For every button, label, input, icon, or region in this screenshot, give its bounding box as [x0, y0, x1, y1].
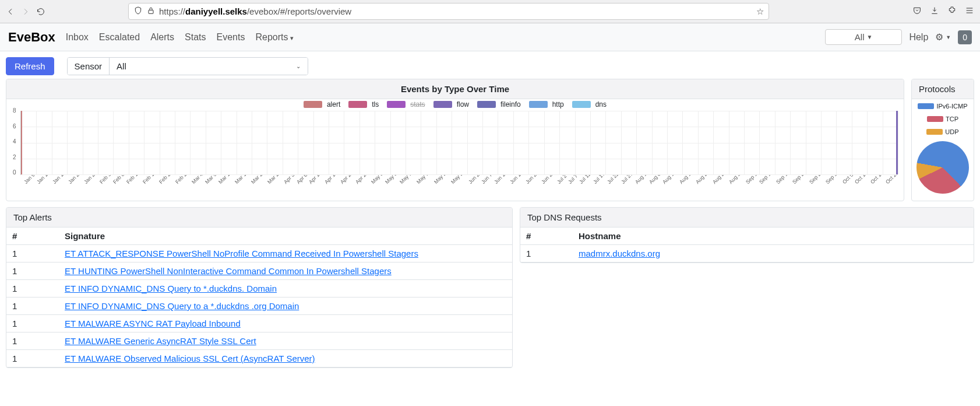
- notification-badge[interactable]: 0: [958, 30, 972, 44]
- nav-inbox[interactable]: Inbox: [66, 32, 89, 43]
- shield-icon: [133, 6, 143, 17]
- x-tick-label: Sep 20: [791, 175, 807, 185]
- table-row: 1ET MALWARE ASYNC RAT Payload Inbound: [6, 315, 512, 332]
- bookmark-star-icon[interactable]: ☆: [756, 6, 764, 17]
- x-tick-label: May 28: [450, 175, 466, 185]
- nav-stats[interactable]: Stats: [185, 32, 206, 43]
- x-tick-label: May 18: [415, 175, 432, 185]
- x-tick-label: Oct 20: [884, 175, 898, 185]
- x-tick-label: Mar 24: [250, 175, 266, 185]
- legend-flow[interactable]: flow: [433, 100, 469, 108]
- back-icon[interactable]: [6, 7, 15, 16]
- alert-signature-link[interactable]: ET HUNTING PowerShell NonInteractive Com…: [65, 266, 392, 276]
- dns-hostname-link[interactable]: madmrx.duckdns.org: [579, 249, 660, 258]
- alert-count: 1: [6, 332, 59, 350]
- alert-count: 1: [6, 245, 59, 262]
- url-text: https://daniyyell.selks/evebox/#/reports…: [159, 6, 753, 16]
- x-tick-label: Feb 28: [174, 175, 190, 185]
- svg-rect-0: [149, 10, 153, 13]
- nav-events[interactable]: Events: [217, 32, 245, 43]
- page-toolbar: Refresh Sensor All⌄: [0, 51, 980, 79]
- x-tick-label: Sep 25: [808, 175, 824, 185]
- table-row: 1ET MALWARE Generic AsyncRAT Style SSL C…: [6, 332, 512, 350]
- lock-icon: [146, 6, 156, 17]
- alert-count: 1: [6, 280, 59, 298]
- table-row: 1madmrx.duckdns.org: [520, 245, 974, 262]
- events-chart-legend: alert tls stats flow fileinfo http dns: [12, 99, 898, 111]
- table-row: 1ET INFO DYNAMIC_DNS Query to a *.duckdn…: [6, 298, 512, 315]
- table-row: 1ET INFO DYNAMIC_DNS Query to *.duckdns.…: [6, 280, 512, 298]
- sensor-label: Sensor: [68, 58, 110, 75]
- events-x-axis: Jan 9Jan 14Jan 19Jan 24Jan 29Feb 3Feb 8F…: [20, 175, 898, 196]
- spike-jan-alert: [21, 111, 22, 174]
- legend-stats[interactable]: stats: [387, 100, 425, 108]
- legend-http[interactable]: http: [529, 100, 564, 108]
- events-by-type-chart-card: Events by Type Over Time alert tls stats…: [6, 79, 904, 201]
- x-tick-label: Sep 15: [775, 175, 791, 185]
- top-dns-card: Top DNS Requests # Hostname 1madmrx.duck…: [520, 207, 974, 263]
- chevron-down-icon: ⌄: [296, 63, 301, 69]
- x-tick-label: Aug 21: [695, 175, 710, 185]
- legend-udp[interactable]: UDP: [926, 128, 958, 135]
- menu-icon[interactable]: [965, 6, 974, 17]
- nav-reports[interactable]: Reports: [255, 32, 293, 43]
- legend-dns[interactable]: dns: [572, 100, 607, 108]
- sensor-selector: Sensor All⌄: [67, 57, 309, 75]
- pocket-icon[interactable]: [912, 6, 922, 17]
- protocols-title: Protocols: [912, 79, 974, 99]
- nav-escalated[interactable]: Escalated: [99, 32, 140, 43]
- events-y-axis: 8 6 4 2 0: [13, 107, 16, 176]
- events-chart-plot: 8 6 4 2 0: [20, 111, 898, 175]
- protocols-legend: IPv6-ICMP TCP UDP: [912, 99, 974, 139]
- download-icon[interactable]: [930, 6, 939, 17]
- alert-signature-link[interactable]: ET INFO DYNAMIC_DNS Query to a *.duckdns…: [65, 301, 299, 311]
- x-tick-label: Aug 11: [661, 175, 677, 185]
- help-link[interactable]: Help: [909, 32, 928, 43]
- table-row: 1ET MALWARE Observed Malicious SSL Cert …: [6, 350, 512, 368]
- top-alerts-title: Top Alerts: [6, 208, 512, 228]
- settings-gear-icon[interactable]: ⚙▼: [935, 32, 951, 43]
- refresh-button[interactable]: Refresh: [6, 57, 54, 75]
- url-bar[interactable]: https://daniyyell.selks/evebox/#/reports…: [128, 3, 769, 20]
- top-dns-title: Top DNS Requests: [520, 208, 974, 228]
- col-count: #: [6, 228, 59, 245]
- x-tick-label: Sep 10: [758, 175, 774, 185]
- x-tick-label: Feb 23: [158, 175, 174, 185]
- alert-count: 1: [6, 315, 59, 332]
- alert-signature-link[interactable]: ET MALWARE Observed Malicious SSL Cert (…: [65, 354, 315, 363]
- app-navbar: EveBox Inbox Escalated Alerts Stats Even…: [0, 23, 980, 51]
- chevron-down-icon: ▼: [866, 34, 872, 40]
- alert-signature-link[interactable]: ET MALWARE ASYNC RAT Payload Inbound: [65, 318, 241, 328]
- spike-oct-flow: [896, 111, 898, 174]
- protocols-card: Protocols IPv6-ICMP TCP UDP: [911, 79, 974, 201]
- top-dns-table: # Hostname 1madmrx.duckdns.org: [520, 228, 974, 262]
- x-tick-label: Sep 30: [824, 175, 840, 185]
- alert-count: 1: [6, 350, 59, 368]
- x-tick-label: Aug 26: [711, 175, 727, 185]
- forward-icon[interactable]: [21, 7, 30, 16]
- legend-tls[interactable]: tls: [348, 100, 379, 108]
- col-count: #: [520, 228, 573, 245]
- legend-ipv6icmp[interactable]: IPv6-ICMP: [918, 103, 967, 110]
- x-tick-label: Aug 31: [728, 175, 743, 185]
- alert-count: 1: [6, 262, 59, 280]
- col-signature: Signature: [59, 228, 512, 245]
- legend-tcp[interactable]: TCP: [927, 116, 958, 123]
- alert-signature-link[interactable]: ET MALWARE Generic AsyncRAT Style SSL Ce…: [65, 336, 256, 346]
- legend-fileinfo[interactable]: fileinfo: [477, 100, 521, 108]
- browser-toolbar: https://daniyyell.selks/evebox/#/reports…: [0, 0, 980, 23]
- alert-signature-link[interactable]: ET ATTACK_RESPONSE PowerShell NoProfile …: [65, 249, 418, 258]
- app-brand[interactable]: EveBox: [8, 30, 55, 45]
- top-alerts-table: # Signature 1ET ATTACK_RESPONSE PowerShe…: [6, 228, 512, 368]
- table-row: 1ET ATTACK_RESPONSE PowerShell NoProfile…: [6, 245, 512, 262]
- nav-alerts[interactable]: Alerts: [150, 32, 174, 43]
- alert-count: 1: [6, 298, 59, 315]
- time-range-selector[interactable]: All▼: [825, 29, 903, 45]
- x-tick-label: Mar 29: [266, 175, 282, 185]
- reload-icon[interactable]: [36, 7, 45, 16]
- alert-signature-link[interactable]: ET INFO DYNAMIC_DNS Query to *.duckdns. …: [65, 284, 277, 293]
- x-tick-label: Feb 13: [125, 175, 141, 185]
- sensor-dropdown[interactable]: All⌄: [110, 58, 308, 75]
- extensions-icon[interactable]: [947, 6, 957, 17]
- legend-alert[interactable]: alert: [304, 100, 340, 108]
